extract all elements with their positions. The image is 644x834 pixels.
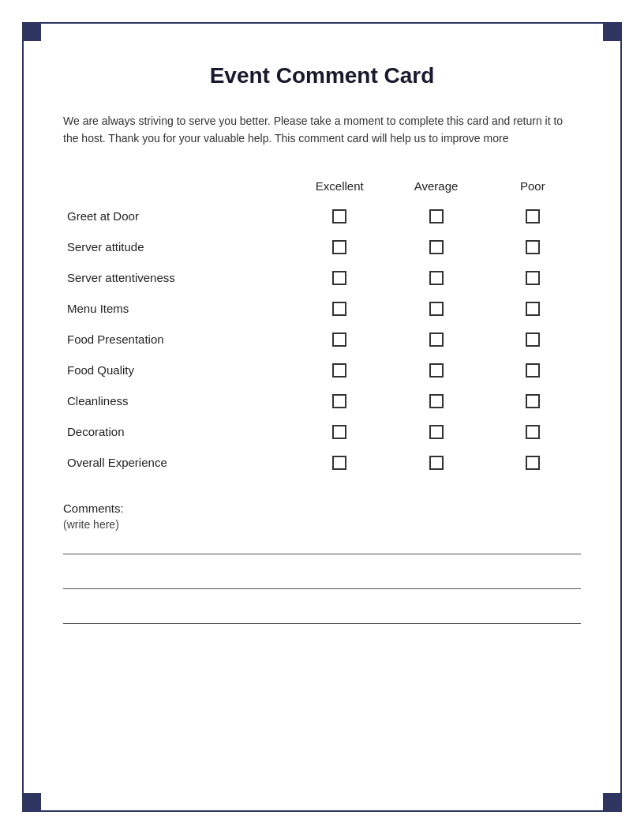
checkbox-excellent-2[interactable]: [291, 262, 388, 293]
checkbox-poor-7[interactable]: [485, 416, 581, 447]
checkbox-icon-excellent-1[interactable]: [332, 240, 346, 254]
table-row: Food Quality: [63, 355, 581, 385]
checkbox-average-8[interactable]: [388, 447, 484, 478]
corner-decoration-tr: [603, 22, 622, 41]
comments-section: Comments: (write here): [63, 502, 581, 624]
checkbox-icon-poor-8[interactable]: [526, 456, 540, 470]
checkbox-icon-poor-2[interactable]: [526, 271, 540, 285]
checkbox-average-2[interactable]: [388, 262, 484, 293]
row-label-0: Greet at Door: [63, 201, 291, 231]
checkbox-average-5[interactable]: [388, 355, 484, 385]
checkbox-icon-poor-0[interactable]: [526, 209, 540, 224]
checkbox-poor-3[interactable]: [485, 293, 581, 324]
checkbox-poor-5[interactable]: [485, 355, 581, 385]
checkbox-icon-average-3[interactable]: [429, 302, 444, 316]
checkbox-poor-6[interactable]: [485, 385, 581, 416]
checkbox-icon-average-0[interactable]: [429, 209, 444, 224]
table-row: Decoration: [63, 416, 581, 447]
row-label-8: Overall Experience: [63, 447, 291, 478]
checkbox-icon-average-4[interactable]: [429, 332, 444, 347]
checkbox-excellent-8[interactable]: [291, 447, 388, 478]
corner-decoration-bl: [22, 793, 41, 812]
checkbox-excellent-0[interactable]: [291, 201, 388, 231]
table-row: Food Presentation: [63, 324, 581, 355]
table-row: Overall Experience: [63, 447, 581, 478]
checkbox-excellent-6[interactable]: [291, 385, 388, 416]
checkbox-icon-average-1[interactable]: [429, 240, 444, 254]
row-label-5: Food Quality: [63, 355, 291, 385]
checkbox-poor-8[interactable]: [485, 447, 581, 478]
checkbox-poor-2[interactable]: [485, 262, 581, 293]
col-header-average: Average: [388, 179, 484, 201]
checkbox-excellent-3[interactable]: [291, 293, 388, 324]
comments-line-3: [63, 607, 581, 624]
col-header-poor: Poor: [485, 179, 581, 201]
checkbox-poor-0[interactable]: [485, 201, 581, 231]
checkbox-icon-average-7[interactable]: [429, 425, 444, 439]
row-label-7: Decoration: [63, 416, 291, 447]
checkbox-icon-poor-5[interactable]: [526, 363, 540, 378]
checkbox-average-0[interactable]: [388, 201, 484, 231]
comment-card: Event Comment Card We are always strivin…: [22, 22, 622, 812]
checkbox-icon-poor-1[interactable]: [526, 240, 540, 254]
table-row: Greet at Door: [63, 201, 581, 231]
col-header-excellent: Excellent: [291, 179, 388, 201]
checkbox-icon-excellent-6[interactable]: [332, 394, 346, 408]
checkbox-icon-excellent-7[interactable]: [332, 425, 346, 439]
checkbox-icon-excellent-4[interactable]: [332, 332, 346, 347]
col-header-category: [63, 179, 291, 201]
checkbox-icon-poor-6[interactable]: [526, 394, 540, 408]
checkbox-average-1[interactable]: [388, 231, 484, 262]
checkbox-icon-excellent-3[interactable]: [332, 302, 346, 316]
comments-line-2: [63, 572, 581, 589]
checkbox-poor-4[interactable]: [485, 324, 581, 355]
checkbox-average-3[interactable]: [388, 293, 484, 324]
corner-decoration-tl: [22, 22, 41, 41]
comments-line-1: [63, 537, 581, 554]
comments-label: Comments:: [63, 502, 581, 515]
checkbox-average-7[interactable]: [388, 416, 484, 447]
checkbox-icon-average-6[interactable]: [429, 394, 444, 408]
table-row: Server attentiveness: [63, 262, 581, 293]
row-label-2: Server attentiveness: [63, 262, 291, 293]
checkbox-average-4[interactable]: [388, 324, 484, 355]
checkbox-excellent-7[interactable]: [291, 416, 388, 447]
checkbox-icon-poor-4[interactable]: [526, 332, 540, 347]
row-label-6: Cleanliness: [63, 385, 291, 416]
checkbox-excellent-5[interactable]: [291, 355, 388, 385]
checkbox-icon-average-8[interactable]: [429, 456, 444, 470]
checkbox-icon-excellent-2[interactable]: [332, 271, 346, 285]
row-label-1: Server attitude: [63, 231, 291, 262]
row-label-3: Menu Items: [63, 293, 291, 324]
checkbox-icon-excellent-0[interactable]: [332, 209, 346, 224]
row-label-4: Food Presentation: [63, 324, 291, 355]
checkbox-icon-poor-7[interactable]: [526, 425, 540, 439]
checkbox-excellent-4[interactable]: [291, 324, 388, 355]
checkbox-icon-excellent-8[interactable]: [332, 456, 346, 470]
checkbox-icon-poor-3[interactable]: [526, 302, 540, 316]
checkbox-icon-average-2[interactable]: [429, 271, 444, 285]
checkbox-poor-1[interactable]: [485, 231, 581, 262]
page-title: Event Comment Card: [63, 63, 581, 88]
intro-text: We are always striving to serve you bett…: [63, 112, 581, 148]
checkbox-excellent-1[interactable]: [291, 231, 388, 262]
table-row: Cleanliness: [63, 385, 581, 416]
checkbox-icon-average-5[interactable]: [429, 363, 444, 378]
table-row: Server attitude: [63, 231, 581, 262]
corner-decoration-br: [603, 793, 622, 812]
checkbox-average-6[interactable]: [388, 385, 484, 416]
rating-table: Excellent Average Poor Greet at DoorServ…: [63, 179, 581, 478]
comments-placeholder: (write here): [63, 518, 581, 531]
table-row: Menu Items: [63, 293, 581, 324]
checkbox-icon-excellent-5[interactable]: [332, 363, 346, 378]
